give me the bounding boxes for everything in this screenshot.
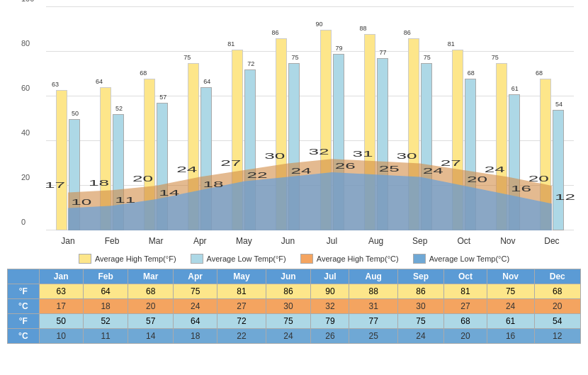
bar-high-f: 68 xyxy=(144,79,155,230)
month-group: 8168 xyxy=(442,7,486,230)
table-col-header: Dec xyxy=(534,269,580,284)
bar-low-f: 57 xyxy=(157,103,168,230)
table-cell: 81 xyxy=(217,284,266,299)
table-cell: 14 xyxy=(128,329,174,344)
bar-low-f: 75 xyxy=(288,63,300,230)
bar-high-f: 86 xyxy=(408,38,419,230)
table-cell: 68 xyxy=(128,284,174,299)
table-cell: 24 xyxy=(487,299,534,314)
legend: Average High Temp(°F)Average Low Temp(°F… xyxy=(7,248,581,267)
table-cell: 63 xyxy=(39,284,83,299)
table-col-header: Mar xyxy=(128,269,174,284)
table-cell: 61 xyxy=(487,314,534,329)
bar-low-f: 75 xyxy=(421,63,432,230)
table-cell: 24 xyxy=(174,299,217,314)
y-tick: 0 xyxy=(21,218,26,226)
x-label-dec: Dec xyxy=(530,236,574,246)
legend-item-3: Average Low Temp(°C) xyxy=(413,254,509,264)
x-label-feb: Feb xyxy=(90,236,134,246)
bar-low-f: 64 xyxy=(200,87,212,230)
bar-label-low-f: 54 xyxy=(553,101,565,108)
bar-label-low-f: 72 xyxy=(245,60,256,67)
table-cell: 24 xyxy=(397,329,443,344)
bar-low-f: 52 xyxy=(113,114,124,230)
x-label-apr: Apr xyxy=(178,236,222,246)
table-cell: 11 xyxy=(83,329,128,344)
table-cell: 79 xyxy=(311,314,349,329)
bar-label-low-f: 75 xyxy=(422,54,433,61)
bar-high-f: 81 xyxy=(232,50,243,230)
table-cell: 10 xyxy=(39,329,83,344)
table-cell: 90 xyxy=(311,284,349,299)
table-row-label: °C xyxy=(8,299,40,314)
table-cell: 68 xyxy=(534,284,580,299)
table-cell: 25 xyxy=(349,329,397,344)
bar-label-high-f: 75 xyxy=(181,54,193,61)
bar-label-high-f: 63 xyxy=(50,81,61,88)
table-cell: 72 xyxy=(217,314,266,329)
legend-color-box xyxy=(413,254,426,264)
bars-container: 6350645268577564817286759079887786758168… xyxy=(46,7,574,230)
table-cell: 20 xyxy=(534,299,580,314)
table-row-label: °C xyxy=(8,329,40,344)
bar-high-f: 86 xyxy=(276,38,287,230)
table-row-2: °F505257647275797775686154 xyxy=(8,314,581,329)
bar-label-low-f: 64 xyxy=(201,78,213,85)
x-label-sep: Sep xyxy=(398,236,442,246)
month-group: 8877 xyxy=(354,7,398,230)
bar-high-f: 63 xyxy=(56,90,67,230)
bar-label-low-f: 61 xyxy=(509,85,521,92)
y-tick: 20 xyxy=(21,173,30,181)
table-corner xyxy=(8,269,40,284)
table-cell: 27 xyxy=(444,299,487,314)
bar-low-f: 68 xyxy=(465,79,476,230)
bar-label-low-f: 68 xyxy=(465,69,477,77)
table-cell: 64 xyxy=(83,284,128,299)
bar-low-f: 61 xyxy=(509,94,520,230)
legend-label: Average Low Temp(°F) xyxy=(207,254,286,263)
legend-label: Average High Temp(°F) xyxy=(95,254,176,263)
bar-label-high-f: 90 xyxy=(314,21,325,28)
y-tick: 100 xyxy=(21,0,34,3)
bar-label-high-f: 81 xyxy=(446,40,457,47)
bar-label-high-f: 68 xyxy=(533,69,545,77)
table-cell: 88 xyxy=(349,284,397,299)
month-group: 8172 xyxy=(222,7,266,230)
y-tick: 60 xyxy=(21,84,30,92)
x-labels: JanFebMarAprMayJunJulAugSepOctNovDec xyxy=(46,236,574,246)
table-cell: 12 xyxy=(534,329,580,344)
table-col-header: Sep xyxy=(397,269,443,284)
legend-color-box xyxy=(300,254,313,264)
table-cell: 16 xyxy=(487,329,534,344)
x-label-jun: Jun xyxy=(266,236,310,246)
bar-high-f: 68 xyxy=(540,79,551,230)
bar-label-high-f: 86 xyxy=(269,29,281,36)
bar-label-high-f: 68 xyxy=(137,69,149,77)
legend-item-1: Average Low Temp(°F) xyxy=(191,254,286,264)
x-label-aug: Aug xyxy=(354,236,398,246)
bar-label-high-f: 88 xyxy=(358,25,369,32)
table-col-header: Aug xyxy=(349,269,397,284)
table-cell: 75 xyxy=(266,314,311,329)
table-cell: 75 xyxy=(174,284,217,299)
legend-label: Average High Temp(°C) xyxy=(317,254,399,263)
bar-label-low-f: 77 xyxy=(378,49,389,56)
plot-area: 0204060801006350645268577564817286759079… xyxy=(46,7,574,230)
table-row-label: °F xyxy=(8,284,40,299)
table-cell: 18 xyxy=(83,299,128,314)
bar-low-f: 77 xyxy=(377,58,388,230)
table-col-header: May xyxy=(217,269,266,284)
table-col-header: Feb xyxy=(83,269,128,284)
bar-high-f: 64 xyxy=(100,87,111,230)
legend-color-box xyxy=(191,254,203,264)
table-col-header: Nov xyxy=(487,269,534,284)
table-cell: 50 xyxy=(39,314,83,329)
month-group: 7564 xyxy=(178,7,222,230)
month-group: 6857 xyxy=(134,7,178,230)
chart-area: 0204060801006350645268577564817286759079… xyxy=(7,7,581,248)
table-cell: 22 xyxy=(217,329,266,344)
bar-label-low-f: 57 xyxy=(157,94,169,101)
month-group: 6452 xyxy=(90,7,134,230)
bar-high-f: 88 xyxy=(364,34,375,230)
bar-low-f: 79 xyxy=(333,54,344,230)
